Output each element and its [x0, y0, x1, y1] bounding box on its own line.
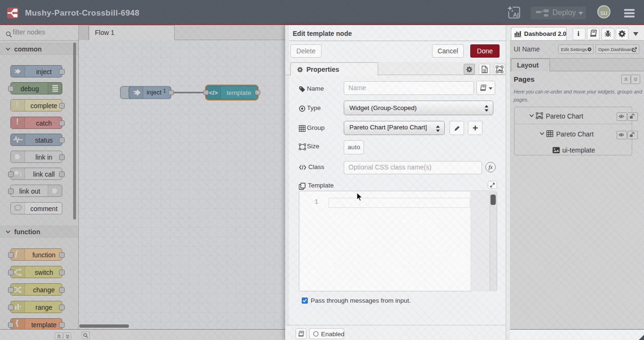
svg-text:AI: AI [513, 12, 519, 18]
